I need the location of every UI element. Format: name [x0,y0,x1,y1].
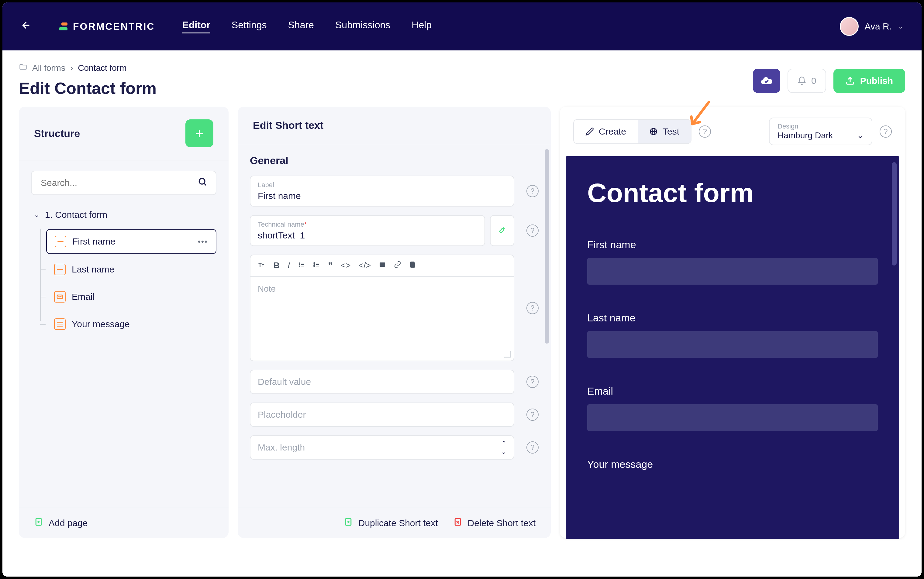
page-title: Edit Contact form [19,79,157,98]
brand-logo[interactable]: FORMCENTRIC [59,21,155,32]
preview-last-name-input[interactable] [587,331,878,358]
help-icon[interactable]: ? [526,224,539,237]
tree-root-label: 1. Contact form [45,209,107,220]
preview-field-label: First name [587,239,878,250]
svg-rect-17 [380,262,385,267]
scrollbar[interactable] [892,162,897,265]
max-length-input[interactable] [258,442,501,453]
tree-field-label: Last name [72,264,114,275]
bold-icon[interactable]: B [274,261,280,271]
tree-field-first-name[interactable]: First name ••• [46,229,216,254]
code-block-icon[interactable]: </> [359,261,371,271]
number-spinner[interactable]: ⌃⌄ [501,440,506,455]
chevron-down-icon: ⌄ [898,23,903,30]
add-page-icon [34,517,43,529]
tree-field-last-name[interactable]: Last name [46,258,216,281]
bullet-list-icon[interactable] [298,261,305,271]
svg-text:3: 3 [314,265,315,267]
tree-field-your-message[interactable]: Your message [46,312,216,336]
editor-panel: Edit Short text General Label ? [238,106,551,538]
breadcrumb-current: Contact form [78,63,126,73]
nav-help[interactable]: Help [411,20,432,33]
folder-icon [19,62,27,73]
tree-field-label: First name [72,236,116,247]
help-icon[interactable]: ? [880,126,892,137]
notifications-button[interactable]: 0 [788,69,826,93]
chevron-right-icon: › [70,63,73,73]
form-preview: Contact form First name Last name Email [566,156,899,539]
note-textarea[interactable]: Note [250,276,514,361]
section-general: General [250,155,539,167]
search-input[interactable] [31,171,216,195]
label-field-input[interactable] [258,191,506,201]
svg-text:T: T [258,262,262,268]
create-tab[interactable]: Create [574,120,638,143]
help-icon[interactable]: ? [699,126,711,137]
font-size-icon[interactable]: TT [258,261,265,271]
nav-share[interactable]: Share [288,20,314,33]
nav-editor[interactable]: Editor [182,20,210,33]
code-icon[interactable]: <> [341,261,351,271]
save-status-button[interactable] [753,69,780,93]
more-icon[interactable]: ••• [198,237,208,246]
technical-name-input[interactable] [258,230,477,240]
delete-icon [453,517,462,529]
magic-wand-button[interactable] [490,215,514,246]
preview-email-input[interactable] [587,404,878,431]
svg-point-5 [299,263,300,263]
add-field-button[interactable]: + [185,119,213,147]
structure-title: Structure [34,128,80,139]
delete-button[interactable]: Delete Short text [453,517,536,529]
chevron-down-icon: ⌄ [857,130,864,140]
preview-first-name-input[interactable] [587,258,878,285]
user-menu[interactable]: Ava R. ⌄ [840,17,904,36]
quote-icon[interactable]: ❞ [328,261,333,271]
preview-panel: Create Test ? Design Hamburg Dark ⌄ [560,106,905,538]
image-icon[interactable] [379,261,386,271]
help-icon[interactable]: ? [526,185,539,197]
technical-name-label: Technical name* [258,221,477,229]
breadcrumb: All forms › Contact form [19,62,157,73]
duplicate-button[interactable]: Duplicate Short text [344,517,438,529]
tree-field-label: Email [72,292,95,302]
tree-field-email[interactable]: Email [46,285,216,309]
add-page-button[interactable]: Add page [34,517,88,529]
tree-field-label: Your message [72,319,130,329]
tree-root-item[interactable]: ⌄ 1. Contact form [31,204,216,226]
breadcrumb-root[interactable]: All forms [32,63,66,73]
help-icon[interactable]: ? [526,302,539,314]
search-icon[interactable] [198,177,207,189]
design-value: Hamburg Dark [778,131,833,140]
design-label: Design [778,123,864,130]
help-icon[interactable]: ? [526,442,539,453]
pdf-icon[interactable] [409,261,416,271]
italic-icon[interactable]: I [288,261,290,271]
svg-point-0 [199,178,205,184]
duplicate-label: Duplicate Short text [358,518,438,528]
placeholder-input[interactable] [258,409,506,420]
user-name: Ava R. [865,21,892,32]
publish-button[interactable]: Publish [834,69,905,93]
default-value-input[interactable] [258,377,506,387]
preview-form-title: Contact form [587,177,878,208]
test-tab[interactable]: Test [638,120,691,143]
nav-submissions[interactable]: Submissions [335,20,390,33]
numbered-list-icon[interactable]: 123 [313,261,320,271]
notifications-count: 0 [811,76,816,86]
scrollbar[interactable] [545,149,549,343]
help-icon[interactable]: ? [526,409,539,421]
preview-field-label: Last name [587,312,878,324]
caret-down-icon: ⌄ [34,211,39,219]
design-selector[interactable]: Design Hamburg Dark ⌄ [769,118,872,145]
nav-settings[interactable]: Settings [232,20,267,33]
help-icon[interactable]: ? [526,376,539,388]
link-icon[interactable] [394,261,401,271]
rte-toolbar: TT B I 123 ❞ <> </> [250,255,514,276]
logo-icon [59,23,67,30]
preview-field-label: Your message [587,458,878,470]
svg-text:T: T [262,264,264,267]
delete-label: Delete Short text [468,518,536,528]
add-page-label: Add page [49,518,88,528]
back-button[interactable] [21,19,32,34]
top-navigation: FORMCENTRIC Editor Settings Share Submis… [2,2,922,51]
